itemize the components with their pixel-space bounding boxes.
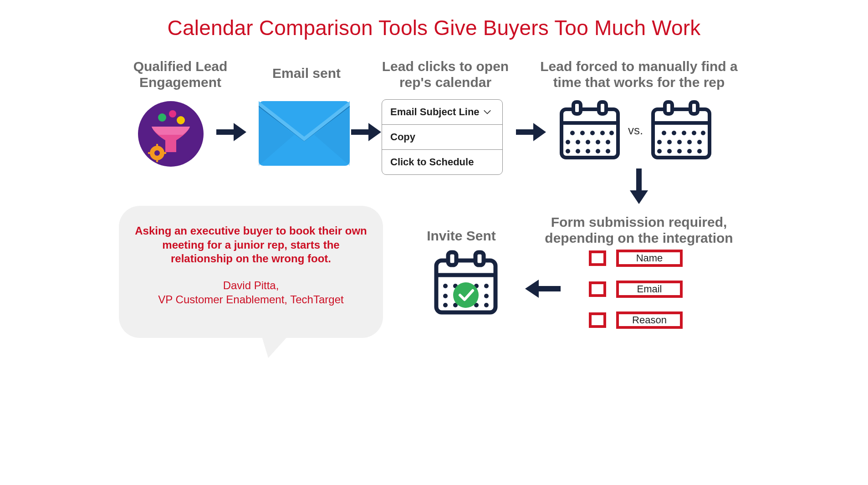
arrow-left (525, 280, 561, 298)
arrow-right-2 (351, 123, 381, 141)
svg-rect-7 (156, 158, 158, 162)
svg-point-47 (687, 149, 692, 153)
svg-point-48 (697, 149, 702, 153)
svg-point-36 (682, 131, 686, 135)
quote-attribution: David Pitta, VP Customer Enablement, Tec… (134, 279, 368, 306)
svg-point-37 (692, 131, 696, 135)
form-field-name: Name (616, 250, 683, 267)
svg-point-39 (657, 140, 662, 144)
svg-point-1 (158, 113, 166, 122)
email-subject-row: Email Subject Line (382, 100, 502, 125)
checkbox-icon (589, 281, 606, 297)
step-label-invite-sent: Invite Sent (411, 228, 511, 244)
slide: Calendar Comparison Tools Give Buyers To… (97, 0, 771, 379)
svg-point-16 (580, 131, 585, 135)
step-label-form-required: Form submission required, depending on t… (534, 214, 744, 246)
form-row-name: Name (589, 250, 683, 267)
quote-role: VP Customer Enablement, TechTarget (134, 293, 368, 307)
svg-point-44 (657, 149, 662, 153)
svg-point-15 (570, 131, 575, 135)
svg-point-22 (586, 140, 590, 144)
svg-point-21 (576, 140, 580, 144)
step-label-lead-forced: Lead forced to manually find a time that… (525, 58, 753, 91)
quote-text: Asking an executive buyer to book their … (134, 224, 368, 266)
svg-rect-57 (475, 252, 484, 265)
svg-rect-13 (573, 102, 581, 114)
svg-rect-51 (516, 129, 534, 135)
chevron-down-icon (483, 108, 491, 116)
arrow-down (630, 168, 648, 204)
svg-point-26 (576, 149, 580, 153)
arrow-right-3 (516, 123, 546, 141)
svg-point-20 (566, 140, 570, 144)
email-schedule-text: Click to Schedule (390, 156, 474, 168)
funnel-icon (137, 100, 204, 168)
form-row-email: Email (589, 281, 683, 298)
step-label-email-sent: Email sent (259, 65, 354, 81)
svg-point-67 (484, 303, 489, 307)
svg-point-58 (443, 284, 448, 288)
form-field-email: Email (616, 281, 683, 298)
svg-point-17 (590, 131, 595, 135)
svg-point-28 (596, 149, 600, 153)
svg-rect-33 (690, 102, 698, 114)
envelope-icon (259, 101, 350, 166)
checkbox-icon (589, 250, 606, 266)
calendar-icon-left (558, 98, 622, 162)
svg-point-41 (677, 140, 682, 144)
svg-point-25 (566, 149, 570, 153)
email-subject-text: Email Subject Line (390, 106, 480, 118)
svg-point-61 (484, 284, 489, 288)
quote-author: David Pitta, (134, 279, 368, 293)
form-field-reason: Reason (616, 311, 683, 329)
svg-rect-32 (665, 102, 672, 114)
svg-point-64 (443, 303, 448, 307)
svg-rect-49 (216, 129, 235, 135)
svg-point-29 (606, 149, 610, 153)
quote-bubble: Asking an executive buyer to book their … (119, 206, 383, 338)
slide-title: Calendar Comparison Tools Give Buyers To… (97, 15, 771, 40)
checkbox-icon (589, 312, 606, 328)
svg-point-27 (586, 149, 590, 153)
svg-point-62 (443, 294, 448, 298)
arrow-right-1 (216, 123, 246, 141)
svg-point-3 (177, 116, 185, 124)
svg-rect-8 (148, 152, 152, 154)
svg-point-42 (687, 140, 692, 144)
calendar-comparison: vs. (558, 98, 713, 162)
svg-rect-50 (351, 129, 369, 135)
svg-rect-6 (156, 144, 158, 148)
step-label-lead-clicks: Lead clicks to open rep's calendar (375, 58, 516, 91)
svg-point-18 (600, 131, 605, 135)
svg-rect-52 (636, 168, 642, 191)
email-schedule-row: Click to Schedule (382, 150, 502, 174)
svg-point-40 (667, 140, 672, 144)
email-copy-row: Copy (382, 125, 502, 150)
svg-point-43 (697, 140, 702, 144)
email-copy-text: Copy (390, 131, 415, 143)
svg-point-23 (596, 140, 600, 144)
svg-point-24 (606, 140, 610, 144)
svg-rect-56 (448, 252, 456, 265)
svg-point-35 (672, 131, 676, 135)
svg-point-19 (609, 131, 614, 135)
email-preview-card: Email Subject Line Copy Click to Schedul… (382, 99, 503, 175)
svg-point-2 (169, 110, 176, 117)
vs-label: vs. (628, 123, 643, 138)
svg-point-34 (662, 131, 666, 135)
form-row-reason: Reason (589, 311, 683, 329)
svg-point-5 (154, 150, 160, 156)
calendar-check-icon (432, 249, 500, 317)
svg-point-46 (677, 149, 682, 153)
form-fields: Name Email Reason (589, 250, 683, 329)
svg-rect-14 (599, 102, 606, 114)
svg-rect-9 (163, 152, 166, 154)
calendar-icon-right (649, 98, 713, 162)
svg-point-38 (701, 131, 705, 135)
svg-point-45 (667, 149, 672, 153)
svg-point-63 (484, 294, 489, 298)
svg-point-68 (453, 282, 479, 308)
svg-rect-53 (538, 286, 561, 291)
step-label-lead-engagement: Qualified Lead Engagement (119, 58, 242, 91)
